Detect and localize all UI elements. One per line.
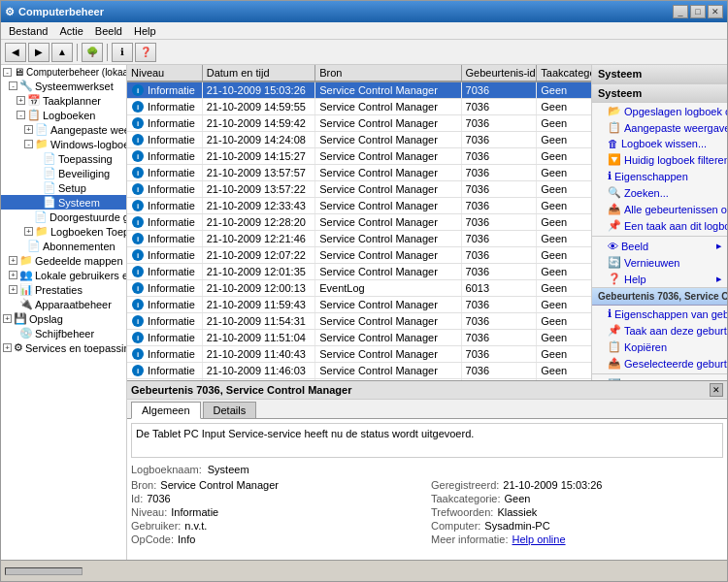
tree-item-schijfbeheer[interactable]: 💿 Schijfbeheer [1,326,126,340]
minimize-button[interactable]: _ [673,5,688,18]
show-hide-tree[interactable]: 🌳 [82,43,103,62]
table-row[interactable]: i Informatie 21-10-2009 14:59:42 Service… [127,115,591,132]
expand-icon[interactable]: - [9,81,17,90]
menu-beeld[interactable]: Beeld [89,23,128,39]
action-geselecteerde[interactable]: 📤Geselecteerde geburt... [592,355,727,372]
tree-item-logboeken-toep[interactable]: + 📁 Logboeken Toepassin... [1,224,126,239]
tree-item-computerbeheer[interactable]: - 🖥 Computerbeheer (lokaal) [1,65,126,79]
action-kopieren[interactable]: 📋Kopiëren [592,339,727,355]
action-icon: ℹ [608,170,612,182]
tree-item-beveiliging[interactable]: 📄 Beveiliging [1,166,126,180]
up-button[interactable]: ▲ [51,43,73,62]
tree-item-aangepaste[interactable]: + 📄 Aangepaste weergaven [1,122,126,137]
action-logboek-wissen[interactable]: 🗑Logboek wissen... [592,136,727,151]
tree-label: Services en toepassingen [25,342,127,354]
info-icon: i [132,150,144,162]
expand-icon[interactable]: - [17,111,25,119]
table-row[interactable]: i Informatie 21-10-2009 12:33:43 Service… [127,198,591,214]
table-row[interactable]: i Informatie 21-10-2009 11:51:04 Service… [127,330,591,346]
tree-item-doorgestuurd[interactable]: 📄 Doorgestuurde gebe... [1,210,126,224]
action-opgeslagen[interactable]: 📂Opgeslagen logboek op... [592,103,727,119]
col-taak[interactable]: Taakcategorie [537,65,591,81]
detail-close-button[interactable]: ✕ [710,383,723,397]
tree-item-services[interactable]: + ⚙ Services en toepassingen [1,340,126,355]
tree-item-taakplanner[interactable]: + 📅 Taakplanner [1,93,126,108]
action-eigenschappen[interactable]: ℹEigenschappen [592,168,727,184]
help-online-link[interactable]: Help online [512,534,565,545]
table-row[interactable]: i Informatie 21-10-2009 14:24:08 Service… [127,132,591,148]
event-id: 7036 [462,247,538,263]
table-row[interactable]: i Informatie 21-10-2009 13:57:22 Service… [127,181,591,198]
field-label: Trefwoorden: [431,506,493,518]
tab-algemeen[interactable]: Algemeen [131,402,201,419]
expand-icon[interactable]: + [3,343,12,352]
maximize-button[interactable]: □ [690,5,706,18]
action-alle-geburt[interactable]: 📤Alle gebeurtenissen op... [592,201,727,217]
action-zoeken[interactable]: 🔍Zoeken... [592,184,727,201]
menu-actie[interactable]: Actie [53,23,88,39]
expand-icon[interactable]: + [3,314,12,323]
tree-item-setup[interactable]: 📄 Setup [1,180,126,195]
tree-item-abonnementen[interactable]: 📄 Abonnementen [1,239,126,253]
field-value: Informatie [171,506,218,518]
action-taak-logbo[interactable]: 📌Een taak aan dit logbo... [592,217,727,234]
expand-icon[interactable]: + [9,271,17,279]
tree-item-systeemwerkset[interactable]: - 🔧 Systeemwerkset [1,79,126,93]
tree-item-systeem[interactable]: 📄 Systeem [1,195,126,210]
action-vernieuwen[interactable]: 🔄Vernieuwen [592,254,727,271]
tree-item-prestaties[interactable]: + 📊 Prestaties [1,282,126,297]
forward-button[interactable]: ▶ [28,43,50,62]
action-filteren[interactable]: 🔽Huidig logboek filteren... [592,151,727,168]
back-button[interactable]: ◀ [5,43,26,62]
menu-bestand[interactable]: Bestand [3,23,53,39]
tree-item-gedeelde-mappen[interactable]: + 📁 Gedeelde mappen [1,253,126,268]
close-button[interactable]: ✕ [708,5,723,18]
action-eigenschappen-geb[interactable]: ℹEigenschappen van geb... [592,306,727,322]
actions-section-title-bar: Systeem [592,65,727,84]
col-niveau[interactable]: Niveau [127,65,203,81]
action-beeld[interactable]: 👁Beeld [592,239,727,254]
table-row[interactable]: i Informatie 21-10-2009 11:46:03 Service… [127,363,591,379]
table-row[interactable]: i Informatie 21-10-2009 15:03:26 Service… [127,82,591,99]
col-datum[interactable]: Datum en tijd [203,65,315,81]
table-row[interactable]: i Informatie 21-10-2009 11:59:43 Service… [127,297,591,313]
action-taak-geburt[interactable]: 📌Taak aan deze geburt... [592,322,727,339]
table-row[interactable]: i Informatie 21-10-2009 12:01:35 Service… [127,264,591,280]
tree-item-lokale-gebruikers[interactable]: + 👥 Lokale gebruikers en groep... [1,268,126,282]
table-row[interactable]: i Informatie 21-10-2009 14:15:27 Service… [127,148,591,165]
table-row[interactable]: i Informatie 21-10-2009 11:54:31 Service… [127,313,591,330]
table-row[interactable]: i Informatie 21-10-2009 12:07:22 Service… [127,247,591,264]
tree-item-windows-logboeken[interactable]: - 📁 Windows-logboeken [1,137,126,151]
toolbar-separator2 [107,44,108,61]
tree-item-toepassing[interactable]: 📄 Toepassing [1,151,126,166]
table-row[interactable]: i Informatie 21-10-2009 12:21:46 Service… [127,231,591,247]
col-bron[interactable]: Bron [315,65,461,81]
field-label: OpCode: [131,534,174,545]
action-aangepaste[interactable]: 📋Aangepaste weergave... [592,119,727,136]
expand-icon[interactable]: + [9,285,17,294]
tree-item-logboeken[interactable]: - 📋 Logboeken [1,108,126,122]
expand-icon[interactable]: - [3,68,12,77]
tree-item-opslag[interactable]: + 💾 Opslag [1,311,126,326]
table-row[interactable]: i Informatie 21-10-2009 11:40:43 Service… [127,346,591,363]
tree-item-apparaatbeheer[interactable]: 🔌 Apparaatbeheer [1,297,126,311]
status-scrollbar[interactable] [5,567,83,575]
table-row[interactable]: i Informatie 21-10-2009 12:28:20 Service… [127,214,591,231]
event-id: 7036 [462,313,538,329]
table-row[interactable]: i Informatie 21-10-2009 12:00:13 EventLo… [127,280,591,297]
event-id: 7036 [462,363,538,378]
tab-details[interactable]: Details [203,402,257,418]
table-row[interactable]: i Informatie 21-10-2009 13:57:57 Service… [127,165,591,181]
expand-icon[interactable]: + [24,227,33,236]
help-button[interactable]: ❓ [135,43,156,62]
action-help[interactable]: ❓Help [592,271,727,287]
menu-help[interactable]: Help [128,23,162,39]
properties-button[interactable]: ℹ [112,43,133,62]
table-row[interactable]: i Informatie 21-10-2009 14:59:55 Service… [127,99,591,115]
info-icon: i [132,233,144,244]
expand-icon[interactable]: - [24,140,33,148]
col-id[interactable]: Gebeurtenis-id [462,65,538,81]
expand-icon[interactable]: + [17,96,25,105]
expand-icon[interactable]: + [9,256,17,265]
expand-icon[interactable]: + [24,125,33,134]
